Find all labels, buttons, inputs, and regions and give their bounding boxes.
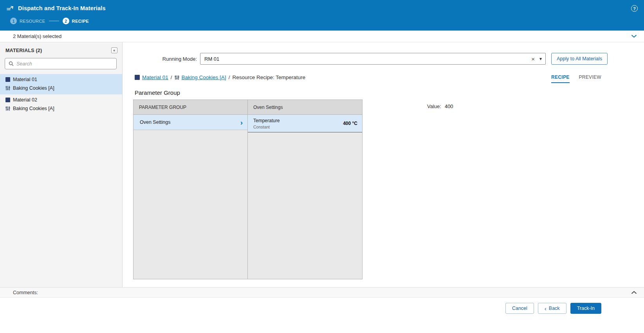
tab-recipe[interactable]: RECIPE: [551, 74, 569, 83]
chevron-right-icon: ›: [240, 119, 243, 126]
value-panel: Value: 400: [427, 100, 453, 279]
back-button[interactable]: ‹ Back: [538, 303, 566, 314]
comments-label: Comments:: [13, 290, 38, 295]
material-list-item[interactable]: Material 02 Baking Cookies [A]: [0, 94, 122, 115]
collapse-panel-icon[interactable]: «: [111, 47, 117, 53]
step-connector-line: [49, 21, 59, 21]
search-input[interactable]: [16, 61, 113, 67]
parameter-group-column-header: PARAMETER GROUP: [133, 100, 247, 115]
sidebar-title: MATERIALS (2): [5, 48, 42, 53]
comments-bar: Comments:: [0, 287, 644, 298]
step-resource[interactable]: 1 RESOURCE: [10, 18, 45, 24]
parameter-group-table: PARAMETER GROUP Oven Settings › Oven Set…: [133, 100, 363, 279]
parameter-name: Temperature: [253, 118, 280, 123]
recipe-name: Baking Cookies [A]: [13, 105, 54, 112]
table-empty-area: [248, 132, 362, 279]
help-icon[interactable]: ?: [631, 5, 638, 12]
materials-selected-bar: 2 Material(s) selected: [0, 31, 644, 42]
parameter-group-row-label: Oven Settings: [140, 119, 171, 125]
value-label: Value:: [427, 103, 441, 279]
breadcrumb-current: Resource Recipe: Temperature: [232, 74, 305, 80]
step-1-label: RESOURCE: [20, 19, 45, 24]
materials-sidebar: MATERIALS (2) « Material 01: [0, 42, 123, 287]
parameter-row[interactable]: Temperature Constant 400 °C: [248, 115, 362, 132]
oven-settings-column-header: Oven Settings: [248, 100, 362, 115]
parameter-mode: Constant: [253, 125, 280, 129]
breadcrumb-material-link[interactable]: Material 01: [142, 74, 168, 80]
materials-list: Material 01 Baking Cookies [A] Material …: [0, 74, 122, 115]
recipe-sliders-icon: [5, 106, 10, 111]
dispatch-icon: [6, 5, 14, 11]
recipe-name: Baking Cookies [A]: [13, 85, 54, 92]
step-2-label: RECIPE: [72, 19, 89, 24]
running-mode-combobox[interactable]: RM 01 × ▾: [200, 53, 546, 65]
material-icon: [5, 77, 10, 82]
breadcrumb-separator: /: [229, 74, 230, 80]
wizard-stepper: 1 RESOURCE 2 RECIPE: [10, 18, 644, 24]
chevron-down-icon[interactable]: [631, 34, 637, 38]
clear-icon[interactable]: ×: [531, 56, 535, 62]
value-text: 400: [445, 103, 453, 279]
recipe-main-panel: Running Mode: RM 01 × ▾ Apply to All Mat…: [123, 42, 644, 287]
chevron-up-icon[interactable]: [631, 291, 637, 294]
dispatch-track-in-window: Dispatch and Track-In Materials ? 1 RESO…: [0, 0, 644, 333]
back-button-label: Back: [549, 306, 560, 311]
track-in-button[interactable]: Track-In: [570, 303, 601, 314]
breadcrumb-recipe-link[interactable]: Baking Cookies [A]: [182, 74, 226, 80]
material-icon: [5, 98, 10, 102]
chevron-left-icon: ‹: [545, 306, 547, 311]
recipe-preview-tabs: RECIPE PREVIEW: [551, 74, 601, 83]
step-1-number: 1: [10, 18, 17, 24]
running-mode-label: Running Mode:: [130, 56, 197, 62]
recipe-sliders-icon: [175, 75, 179, 80]
chevron-down-icon[interactable]: ▾: [539, 56, 542, 62]
step-recipe[interactable]: 2 RECIPE: [63, 18, 89, 24]
breadcrumb: Material 01 / Baking Cookies [A] / Resou…: [135, 74, 551, 80]
materials-selected-text: 2 Material(s) selected: [13, 33, 61, 39]
breadcrumb-separator: /: [171, 74, 172, 80]
step-2-number: 2: [63, 18, 69, 24]
running-mode-value: RM 01: [204, 56, 531, 62]
recipe-sliders-icon: [5, 86, 10, 90]
action-footer: Cancel ‹ Back Track-In: [0, 298, 644, 333]
cancel-button[interactable]: Cancel: [505, 303, 534, 314]
material-icon: [135, 75, 140, 80]
parameter-value: 400 °C: [343, 121, 357, 126]
parameter-group-title: Parameter Group: [135, 89, 644, 96]
material-list-item[interactable]: Material 01 Baking Cookies [A]: [0, 74, 122, 94]
search-box: [5, 58, 117, 69]
search-icon: [9, 61, 14, 66]
material-name: Material 02: [13, 96, 37, 103]
page-title: Dispatch and Track-In Materials: [18, 5, 106, 11]
apply-to-all-materials-button[interactable]: Apply to All Materials: [551, 53, 608, 65]
parameter-group-row[interactable]: Oven Settings ›: [133, 115, 247, 130]
tab-preview[interactable]: PREVIEW: [579, 74, 601, 83]
table-empty-area: [133, 130, 247, 279]
material-name: Material 01: [13, 76, 37, 83]
top-header: Dispatch and Track-In Materials ? 1 RESO…: [0, 0, 644, 31]
